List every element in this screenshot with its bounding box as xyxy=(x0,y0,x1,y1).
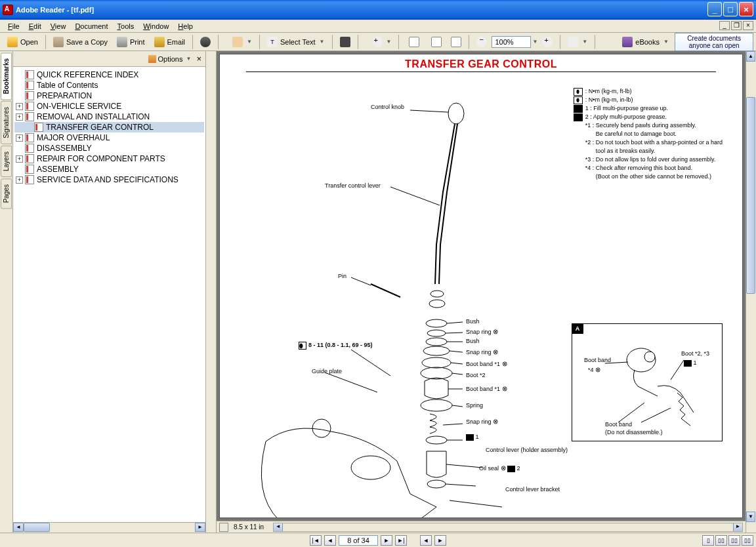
hand-tool-button[interactable]: ▼ xyxy=(228,35,257,49)
next-page-button[interactable]: ► xyxy=(381,535,392,546)
menu-edit[interactable]: Edit xyxy=(25,21,45,31)
tab-layers[interactable]: Layers xyxy=(1,146,12,177)
scroll-left-button[interactable]: ◄ xyxy=(13,523,24,532)
bookmark-item[interactable]: Table of Contents xyxy=(14,80,204,91)
vscroll-thumb[interactable] xyxy=(746,97,755,294)
fit-width-button[interactable] xyxy=(446,35,466,49)
rotate-icon xyxy=(568,37,578,47)
actual-size-button[interactable] xyxy=(402,32,427,52)
zoom-input[interactable]: 100% xyxy=(492,36,531,48)
snapshot-button[interactable] xyxy=(335,35,355,49)
page-view[interactable]: TRANSFER GEAR CONTROL ⬮: N•m (kg-m, ft-l… xyxy=(219,54,743,518)
bookmark-icon xyxy=(25,102,34,111)
bookmark-icon xyxy=(25,133,34,142)
app-icon xyxy=(3,5,13,15)
ebooks-icon xyxy=(622,37,633,47)
menubar: File Edit View Document Tools Window Hel… xyxy=(0,20,756,33)
bookmark-icon xyxy=(25,70,34,79)
detail-a-svg xyxy=(572,324,723,442)
tab-signatures[interactable]: Signatures xyxy=(1,101,12,144)
bookmark-item[interactable]: ASSEMBLY xyxy=(14,164,204,174)
next-view-button[interactable]: ► xyxy=(434,535,446,546)
doc-scroll-left[interactable]: ◄ xyxy=(274,523,283,531)
minimize-button[interactable]: _ xyxy=(707,2,722,16)
menu-file[interactable]: File xyxy=(4,21,24,31)
bookmark-item[interactable]: QUICK REFERENCE INDEX xyxy=(14,70,204,80)
bookmark-item[interactable]: +ON-VEHICLE SERVICE xyxy=(14,101,204,111)
tab-pages[interactable]: Pages xyxy=(1,178,12,209)
scroll-thumb[interactable] xyxy=(24,523,50,532)
rotate-button[interactable]: ▼ xyxy=(563,35,592,49)
bookmark-item[interactable]: TRANSFER GEAR CONTROL xyxy=(14,122,204,132)
svg-point-7 xyxy=(426,319,447,327)
maximize-button[interactable]: □ xyxy=(723,2,738,16)
zoom-in-tool-button[interactable]: ▼ xyxy=(368,35,396,49)
prev-view-button[interactable]: ◄ xyxy=(420,535,432,546)
menu-tools[interactable]: Tools xyxy=(114,21,138,31)
zoom-in-button[interactable] xyxy=(537,35,557,49)
save-copy-button[interactable]: Save a Copy xyxy=(49,35,112,49)
expand-icon[interactable]: + xyxy=(16,103,23,110)
expand-icon[interactable]: + xyxy=(16,113,23,121)
doc-hscroll[interactable]: ◄ ► xyxy=(273,523,743,532)
scroll-up-button[interactable]: ▲ xyxy=(746,51,755,62)
menu-document[interactable]: Document xyxy=(71,21,112,31)
callout-ctrl-lever-bracket: Control lever bracket xyxy=(505,486,560,493)
page-number-box[interactable]: 8 of 34 xyxy=(339,535,378,546)
detail-mark1: 1 xyxy=(684,359,697,367)
ebooks-button[interactable]: eBooks▼ xyxy=(618,35,673,49)
bookmark-item[interactable]: +MAJOR OVERHAUL xyxy=(14,132,204,143)
zoom-out-button[interactable] xyxy=(472,35,492,49)
doc-scroll-right[interactable]: ► xyxy=(733,523,742,531)
open-button[interactable]: Open xyxy=(3,35,43,49)
print-button[interactable]: Print xyxy=(112,35,150,49)
fit-width-icon xyxy=(451,37,461,47)
scroll-down-button[interactable]: ▼ xyxy=(746,512,755,522)
prev-page-button[interactable]: ◄ xyxy=(324,535,336,546)
doc-restore-button[interactable]: ❐ xyxy=(731,21,742,30)
bookmark-label: MAJOR OVERHAUL xyxy=(37,133,110,142)
first-page-button[interactable]: |◄ xyxy=(310,535,322,546)
scroll-right-button[interactable]: ► xyxy=(195,523,205,532)
expand-icon[interactable]: + xyxy=(16,155,23,163)
email-button[interactable]: Email xyxy=(150,35,190,49)
options-menu[interactable]: Options ▼ xyxy=(148,55,192,63)
panel-close-button[interactable]: × xyxy=(196,54,201,64)
doc-tab-strip xyxy=(206,51,217,533)
bookmark-label: SERVICE DATA AND SPECIFICATIONS xyxy=(37,175,178,184)
continuous-facing-button[interactable]: ▯▯ xyxy=(742,535,753,546)
expand-icon[interactable]: + xyxy=(16,134,23,142)
bookmark-item[interactable]: +REMOVAL AND INSTALLATION xyxy=(14,111,204,122)
svg-line-36 xyxy=(671,360,684,380)
callout-bush2: Bush xyxy=(466,338,480,344)
bookmark-item[interactable]: PREPARATION xyxy=(14,91,204,101)
bookmark-item[interactable]: DISASSEMBLY xyxy=(14,143,204,153)
detail-a-box: A xyxy=(572,323,723,441)
menu-view[interactable]: View xyxy=(47,21,70,31)
svg-line-2 xyxy=(390,187,440,205)
actual-size-icon xyxy=(409,37,419,47)
doc-minimize-button[interactable]: _ xyxy=(719,21,730,30)
zoom-value: 100% xyxy=(495,38,513,46)
single-page-button[interactable]: ▯ xyxy=(702,535,714,546)
facing-button[interactable]: ▯▯ xyxy=(728,535,740,546)
continuous-button[interactable]: ▯▯ xyxy=(715,535,727,546)
doc-close-button[interactable]: × xyxy=(743,21,753,30)
search-button[interactable] xyxy=(196,35,215,49)
zoom-dropdown[interactable]: ▼ xyxy=(532,39,537,45)
tab-bookmarks[interactable]: Bookmarks xyxy=(1,52,12,100)
expand-icon[interactable]: + xyxy=(16,176,23,184)
sidebar-hscroll[interactable]: ◄ ► xyxy=(13,522,205,533)
bookmark-item[interactable]: +REPAIR FOR COMPONENT PARTS xyxy=(14,153,204,164)
close-button[interactable]: × xyxy=(739,2,753,16)
bookmark-item[interactable]: +SERVICE DATA AND SPECIFICATIONS xyxy=(14,174,204,185)
last-page-button[interactable]: ►| xyxy=(395,535,407,546)
menu-window[interactable]: Window xyxy=(139,21,173,31)
select-text-button[interactable]: TSelect Text▼ xyxy=(262,35,329,49)
bookmark-icon xyxy=(25,165,34,174)
fit-page-button[interactable] xyxy=(427,35,446,49)
svg-point-30 xyxy=(351,456,390,479)
menu-help[interactable]: Help xyxy=(174,21,197,31)
promo-banner[interactable]: Create documents anyone can open xyxy=(675,33,753,51)
doc-vscroll[interactable]: ▲ ▼ xyxy=(746,51,756,533)
